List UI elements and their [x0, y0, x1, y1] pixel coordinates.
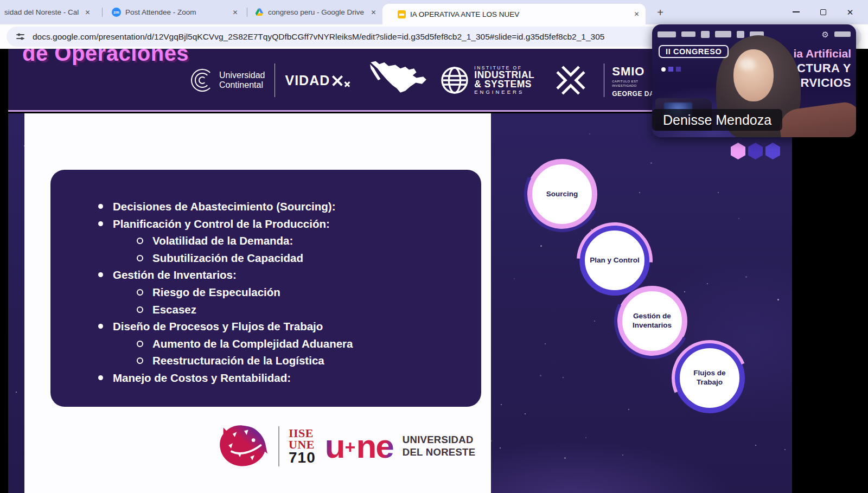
restore-icon [820, 9, 826, 15]
hexagon-icon [748, 143, 763, 159]
iise-une-710-wordmark: IISE UNE 710 [289, 428, 316, 465]
slide-title: de Operaciones [22, 49, 189, 66]
slides-favicon [398, 10, 406, 18]
tab-close-icon[interactable]: ✕ [231, 8, 240, 17]
list-item: Aumento de la Complejidad Aduanera [50, 335, 466, 353]
tab-noreste[interactable]: sidad del Noreste - Calen ✕ [0, 0, 97, 24]
list-item: Decisiones de Abastecimiento (Sourcing): [50, 198, 466, 215]
jaguar-logo [217, 422, 269, 470]
list-item: Escasez [50, 301, 466, 318]
zoom-favicon: zm [112, 8, 121, 17]
smii-chevron-logo [555, 65, 586, 96]
vidad-x-icon [331, 74, 343, 86]
tab-strip: sidad del Noreste - Calen ✕ zm Post Atte… [0, 0, 868, 24]
hexagon-icon [765, 143, 780, 159]
process-node-gestion-inventarios: Gestión de Inventarios [617, 286, 687, 356]
universidad-continental-logo: Universidad Continental [191, 69, 265, 92]
une-logo: u + ne [325, 432, 393, 461]
dot-icon [668, 67, 673, 72]
slide-body: Decisiones de Abastecimiento (Sourcing):… [8, 113, 792, 493]
list-item: Diseño de Procesos y Flujos de Trabajo [50, 318, 466, 335]
list-item: Reestructuración de la Logística [50, 352, 466, 369]
congress-badge: II CONGRESO [659, 45, 729, 58]
list-item: Volatilidad de la Demanda: [50, 232, 466, 249]
iise-logo: INSTITUTE OF INDUSTRIAL & SYSTEMS ENGINE… [440, 66, 534, 95]
tab-close-icon[interactable]: ✕ [632, 10, 641, 19]
process-node-flujos-trabajo: Flujos de Trabajo [674, 343, 745, 413]
minimize-button[interactable] [786, 4, 806, 20]
universidad-continental-icon [191, 69, 214, 92]
list-item: Manejo de Costos y Rentabilidad: [50, 369, 466, 387]
tab-close-icon[interactable]: ✕ [369, 8, 378, 17]
tab-title: IA OPERATIVA ANTE LOS NUEV [410, 10, 628, 18]
tab-title: congreso peru - Google Drive [268, 8, 365, 16]
presenter-face [733, 49, 774, 101]
hexagon-row [731, 143, 780, 159]
logo-divider [275, 63, 275, 97]
dot-icon [676, 67, 681, 72]
browser-window: sidad del Noreste - Calen ✕ zm Post Atte… [0, 0, 868, 493]
tab-slides-active[interactable]: IA OPERATIVA ANTE LOS NUEV ✕ [382, 4, 646, 24]
tab-zoom[interactable]: zm Post Attendee - Zoom ✕ [107, 0, 244, 24]
vidad-small-x-icon [344, 81, 350, 87]
uc-wordmark-line2: Continental [219, 80, 265, 90]
list-item: Planificación y Control de la Producción… [50, 215, 466, 233]
close-button[interactable]: ✕ [840, 4, 860, 20]
vidad-wordmark: VIDAD [285, 73, 330, 88]
tab-divider [102, 8, 103, 17]
new-tab-button[interactable]: + [653, 5, 667, 20]
globe-icon [440, 66, 469, 95]
list-item: Riesgo de Especulación [50, 284, 466, 301]
hexagon-icon [731, 143, 745, 159]
tab-title: sidad del Noreste - Calen [4, 8, 79, 16]
footer-divider [278, 426, 279, 466]
tab-divider [247, 8, 247, 17]
uc-wordmark-line1: Universidad [219, 71, 265, 80]
bullet-list: Decisiones de Abastecimiento (Sourcing):… [50, 170, 481, 387]
logo-divider [604, 63, 604, 97]
bullet-card: Decisiones de Abastecimiento (Sourcing):… [50, 170, 481, 407]
progress-dots [661, 67, 681, 72]
site-settings-icon[interactable] [15, 31, 25, 42]
process-node-sourcing: Sourcing [527, 159, 597, 229]
iise-wordmark: INSTITUTE OF INDUSTRIAL & SYSTEMS ENGINE… [474, 66, 534, 95]
drive-favicon [255, 8, 264, 16]
list-item: Gestión de Inventarios: [50, 266, 466, 284]
url-text: docs.google.com/presentation/d/12VgqBjl5… [33, 32, 604, 42]
vidad-logo: VIDAD [285, 73, 350, 88]
tab-drive[interactable]: congreso peru - Google Drive ✕ [251, 0, 382, 24]
white-panel: Decisiones de Abastecimiento (Sourcing):… [24, 113, 491, 493]
universidad-del-noreste-wordmark: UNIVERSIDAD DEL NORESTE [403, 434, 476, 458]
tab-close-icon[interactable]: ✕ [83, 8, 92, 17]
dot-icon [661, 67, 666, 72]
restore-button[interactable] [813, 4, 833, 20]
header-logo-row: Universidad Continental VIDAD [191, 49, 659, 112]
minimize-icon [793, 11, 800, 12]
webcam-overlay[interactable]: ⚙ ia Artificial ACTURA Y RVICIOS II CONG… [652, 24, 856, 137]
footer-logo-row: IISE UNE 710 u + ne UNIVERSIDAD DEL NORE… [217, 422, 475, 470]
list-item: Subutilización de Capacidad [50, 249, 466, 267]
name-tag: Denisse Mendoza [652, 109, 782, 131]
mexico-map-icon [369, 59, 431, 102]
tab-title: Post Attendee - Zoom [125, 8, 226, 16]
